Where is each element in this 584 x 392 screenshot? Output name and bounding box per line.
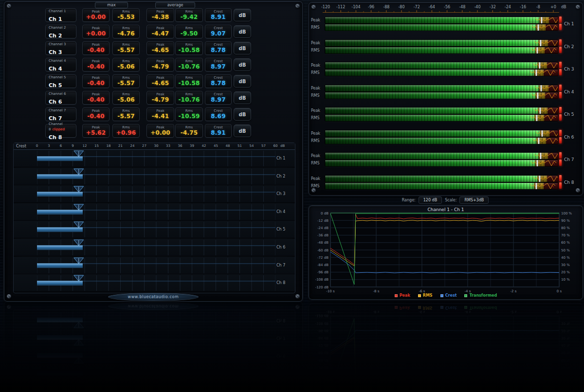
clip-indicator[interactable] — [559, 85, 562, 91]
range-value[interactable]: 120 dB — [419, 196, 442, 204]
channel-name-cell[interactable]: Channel 5Ch 5 — [45, 74, 76, 88]
value-type-label: Crest — [214, 10, 222, 14]
db-unit-button[interactable]: dB — [234, 125, 251, 137]
clip-indicator[interactable] — [559, 182, 562, 189]
clip-indicator[interactable] — [559, 137, 562, 143]
crest-distribution — [37, 150, 275, 167]
channel-label: Ch 3 — [564, 67, 574, 71]
crest-scale-tick: 24 — [130, 144, 135, 148]
peak-hold-tick — [541, 85, 542, 91]
crest-cell: Crest8.91 — [205, 8, 232, 22]
meter-history-texture — [325, 70, 558, 76]
scale-value[interactable]: RMS+3dB — [459, 196, 489, 204]
value-readout: -10.76 — [178, 64, 200, 70]
peak-meter-bar — [325, 130, 558, 137]
db-unit-button[interactable]: dB — [234, 108, 251, 121]
db-unit-button[interactable]: dB — [234, 25, 251, 38]
legend-label: Peak — [400, 293, 410, 298]
peak-hold-tick — [536, 115, 537, 121]
legend-rms[interactable]: RMS — [418, 293, 433, 298]
rms-row-label: RMS — [311, 139, 320, 143]
chart-time-tick: -10 s — [326, 289, 335, 293]
value-type-label: Crest — [214, 76, 222, 80]
channel-name-cell[interactable]: Channel 4Ch 4 — [45, 58, 76, 71]
meter-channel-group: PeakRMSCh 6 — [309, 127, 583, 150]
value-type-label: Rms — [122, 93, 129, 96]
clip-indicator[interactable] — [559, 69, 562, 75]
channel-stat-row: Channel 5Ch 5Peak-0.40Rms-5.57Peak-4.65R… — [4, 74, 302, 88]
clip-indicator[interactable] — [559, 39, 562, 46]
channel-name-cell[interactable]: Channel 8clippedCh 8 — [45, 124, 76, 138]
meter-scale-tick: -88 — [383, 5, 389, 9]
rms-meter-bar — [325, 47, 558, 54]
value-type-label: Crest — [214, 109, 222, 113]
bluecat-logo[interactable]: www.bluecataudio.com — [108, 293, 199, 301]
channel-stat-row: Channel 3Ch 3Peak-0.40Rms-5.57Peak-4.65R… — [4, 41, 302, 55]
max-rms-cell: Rms-5.57 — [112, 107, 140, 121]
rms-row-label: RMS — [311, 48, 320, 53]
crest-cell: Crest8.97 — [205, 91, 232, 105]
crest-histogram-row: Ch 6 — [14, 239, 295, 256]
channel-name-cell[interactable]: Channel 6Ch 6 — [45, 91, 76, 105]
channel-number-label: Channel 1 — [49, 9, 66, 13]
legend-crest[interactable]: Crest — [440, 293, 457, 298]
crest-histogram-row: Ch 8 — [14, 274, 295, 292]
channel-label: Ch 1 — [564, 21, 574, 26]
db-unit-button[interactable]: dB — [234, 91, 251, 104]
value-type-label: Rms — [122, 126, 129, 129]
meter-scale-tick: -40 — [474, 5, 480, 9]
peak-row-label: Peak — [311, 63, 320, 68]
peak-row-label: Peak — [311, 18, 320, 22]
channel-name-cell[interactable]: Channel 3Ch 3 — [45, 41, 76, 55]
value-type-label: Peak — [156, 76, 164, 80]
clip-indicator[interactable] — [559, 160, 562, 166]
db-unit-button[interactable]: dB — [234, 9, 251, 21]
clip-indicator[interactable] — [559, 152, 562, 159]
clip-indicator[interactable] — [559, 47, 562, 53]
value-type-label: Rms — [185, 43, 193, 47]
chart-time-tick: 0 s — [557, 289, 562, 293]
crest-histogram-panel: Crest dB 0369121518212427303336394245485… — [13, 143, 295, 293]
channel-name-cell[interactable]: Channel 1Ch 1 — [45, 8, 76, 22]
website-text: www.bluecataudio.com — [128, 295, 179, 299]
rms-meter-bar — [325, 160, 558, 167]
clip-indicator[interactable] — [559, 130, 562, 136]
value-readout: -5.06 — [117, 64, 135, 70]
peak-meter-bar — [325, 85, 558, 92]
avg-peak-cell: Peak-4.65 — [146, 41, 174, 55]
chart-title: Channel 1 - Ch 1 — [309, 207, 583, 212]
avg-peak-cell: Peak-4.47 — [146, 25, 174, 38]
meter-scale-tick: -56 — [444, 5, 450, 9]
value-readout: +0.00 — [86, 31, 106, 36]
db-unit-button[interactable]: dB — [234, 75, 251, 88]
clip-indicator[interactable] — [559, 175, 562, 181]
legend-swatch-icon — [440, 294, 443, 297]
clip-indicator[interactable] — [559, 62, 562, 68]
meter-channels: PeakRMSCh 1PeakRMSCh 2PeakRMSCh 3PeakRMS… — [309, 14, 583, 195]
max-peak-cell: Peak-0.40 — [82, 41, 110, 55]
chart-db-tick: -108 dB — [315, 278, 329, 282]
crest-scale-tick: 42 — [202, 144, 206, 148]
clip-indicator[interactable] — [559, 17, 562, 23]
clip-indicator[interactable] — [559, 92, 562, 98]
crest-scale-tick: 36 — [178, 144, 182, 148]
channel-label: Ch 7 — [276, 263, 285, 267]
channel-label: Ch 6 — [276, 245, 285, 249]
channel-name-cell[interactable]: Channel 2Ch 2 — [45, 25, 76, 38]
meter-scale-tick: +0 — [550, 5, 556, 9]
legend-transformed[interactable]: Transformed — [464, 293, 497, 298]
clip-indicator[interactable] — [559, 114, 562, 121]
clip-indicator[interactable] — [559, 24, 562, 30]
channel-name-cell[interactable]: Channel 7Ch 7 — [45, 107, 76, 121]
value-readout: -5.57 — [117, 113, 135, 119]
db-unit-button[interactable]: dB — [234, 58, 251, 71]
value-readout: 9.07 — [211, 31, 225, 36]
chart-db-tick: -60 dB — [317, 249, 328, 252]
rms-meter-bar — [325, 114, 558, 122]
db-unit-button[interactable]: dB — [234, 42, 251, 54]
channel-short-label: Ch 5 — [49, 82, 62, 89]
channel-label: Ch 8 — [564, 180, 574, 185]
clip-indicator[interactable] — [559, 107, 562, 113]
legend-peak[interactable]: Peak — [395, 293, 410, 298]
chart-db-tick: -48 dB — [317, 241, 328, 245]
